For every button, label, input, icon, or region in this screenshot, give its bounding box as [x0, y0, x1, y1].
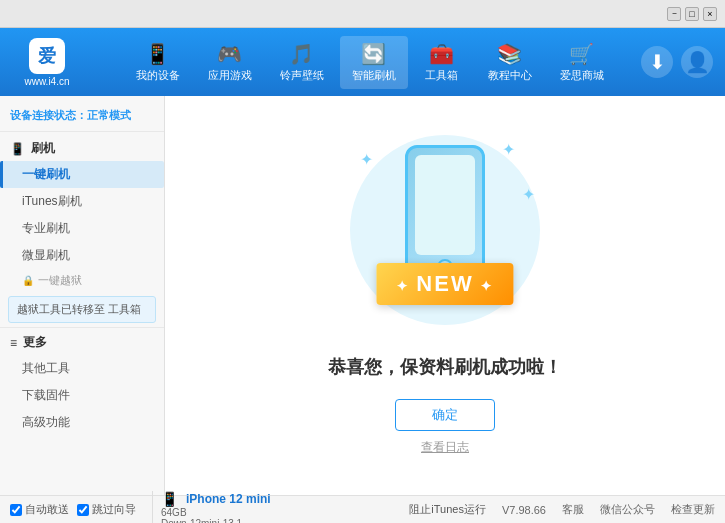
jailbreak-notice: 越狱工具已转移至 工具箱: [8, 296, 156, 323]
toolbox-icon: 🧰: [429, 42, 454, 66]
nav-label-toolbox: 工具箱: [425, 68, 458, 83]
close-button[interactable]: ×: [703, 7, 717, 21]
account-button[interactable]: 👤: [681, 46, 713, 78]
nav-label-apps-games: 应用游戏: [208, 68, 252, 83]
content-area: ✦ ✦ ✦ NEW 恭喜您，保资料刷机成功啦！ 确定 查看日志: [165, 96, 725, 495]
device-storage: 64GB: [161, 507, 271, 518]
auto-flash-label: 自动敢送: [25, 502, 69, 517]
itunes-status-label: 阻止iTunes运行: [409, 502, 486, 517]
maximize-button[interactable]: □: [685, 7, 699, 21]
nav-label-tutorials: 教程中心: [488, 68, 532, 83]
nav-item-apps-games[interactable]: 🎮 应用游戏: [196, 36, 264, 89]
sidebar-item-advanced[interactable]: 高级功能: [0, 409, 164, 436]
bottom-right: 阻止iTunes运行 V7.98.66 客服 微信公众号 检查更新: [409, 502, 715, 517]
skip-wizard-input[interactable]: [77, 504, 89, 516]
sidebar-item-one-click-flash[interactable]: 一键刷机: [0, 161, 164, 188]
device-icon: 📱: [161, 491, 178, 507]
status-value: 正常模式: [87, 109, 131, 121]
bottom-bar: 自动敢送 跳过向导 📱 iPhone 12 mini 64GB Down-12m…: [0, 495, 725, 523]
nav-items: 📱 我的设备 🎮 应用游戏 🎵 铃声壁纸 🔄 智能刷机 🧰 工具箱 📚 教程中心…: [98, 36, 641, 89]
apps-games-icon: 🎮: [217, 42, 242, 66]
nav-item-my-device[interactable]: 📱 我的设备: [124, 36, 192, 89]
logo-text: www.i4.cn: [24, 76, 69, 87]
device-status-bar: 设备连接状态：正常模式: [0, 104, 164, 132]
device-info: 📱 iPhone 12 mini 64GB Down-12mini-13,1: [152, 491, 271, 524]
window-controls[interactable]: － □ ×: [667, 7, 717, 21]
flash-section-label: 刷机: [31, 140, 55, 157]
lock-icon: 🔒: [22, 275, 34, 286]
tutorials-icon: 📚: [497, 42, 522, 66]
nav-label-my-device: 我的设备: [136, 68, 180, 83]
bottom-left: 自动敢送 跳过向导 📱 iPhone 12 mini 64GB Down-12m…: [10, 491, 409, 524]
smart-flash-icon: 🔄: [361, 42, 386, 66]
nav-item-tutorials[interactable]: 📚 教程中心: [476, 36, 544, 89]
logo-area[interactable]: 爱 www.i4.cn: [12, 38, 82, 87]
sidebar: 设备连接状态：正常模式 📱 刷机 一键刷机 iTunes刷机 专业刷机 微显刷机…: [0, 96, 165, 495]
sparkle-3: ✦: [522, 185, 535, 204]
support-link[interactable]: 客服: [562, 502, 584, 517]
ringtones-icon: 🎵: [289, 42, 314, 66]
mall-icon: 🛒: [569, 42, 594, 66]
sparkle-2: ✦: [502, 140, 515, 159]
auto-flash-checkbox[interactable]: 自动敢送: [10, 502, 69, 517]
sparkle-1: ✦: [360, 150, 373, 169]
minimize-button[interactable]: －: [667, 7, 681, 21]
new-badge: NEW: [376, 263, 513, 305]
sidebar-item-other-tools[interactable]: 其他工具: [0, 355, 164, 382]
header: 爱 www.i4.cn 📱 我的设备 🎮 应用游戏 🎵 铃声壁纸 🔄 智能刷机 …: [0, 28, 725, 96]
my-device-icon: 📱: [145, 42, 170, 66]
nav-item-smart-flash[interactable]: 🔄 智能刷机: [340, 36, 408, 89]
nav-label-smart-flash: 智能刷机: [352, 68, 396, 83]
sidebar-item-download-firmware[interactable]: 下载固件: [0, 382, 164, 409]
skip-wizard-checkbox[interactable]: 跳过向导: [77, 502, 136, 517]
logo-icon: 爱: [29, 38, 65, 74]
jailbreak-section-title: 🔒 一键越狱: [0, 269, 164, 292]
phone-screen: [415, 155, 475, 255]
check-update-link[interactable]: 检查更新: [671, 502, 715, 517]
nav-item-toolbox[interactable]: 🧰 工具箱: [412, 36, 472, 89]
flash-section-title: 📱 刷机: [0, 136, 164, 161]
nav-item-ringtones[interactable]: 🎵 铃声壁纸: [268, 36, 336, 89]
more-icon: ≡: [10, 336, 17, 350]
status-label: 设备连接状态：: [10, 109, 87, 121]
download-button[interactable]: ⬇: [641, 46, 673, 78]
sidebar-item-pro-flash[interactable]: 专业刷机: [0, 215, 164, 242]
device-name: iPhone 12 mini: [186, 492, 271, 506]
nav-label-mall: 爱思商城: [560, 68, 604, 83]
flash-section-icon: 📱: [10, 142, 25, 156]
sidebar-item-itunes-flash[interactable]: iTunes刷机: [0, 188, 164, 215]
more-section-title: ≡ 更多: [0, 327, 164, 355]
skip-wizard-label: 跳过向导: [92, 502, 136, 517]
device-firmware: Down-12mini-13,1: [161, 518, 271, 524]
success-illustration: ✦ ✦ ✦ NEW: [345, 135, 545, 335]
title-bar: － □ ×: [0, 0, 725, 28]
header-right: ⬇ 👤: [641, 46, 713, 78]
confirm-button[interactable]: 确定: [395, 399, 495, 431]
wechat-link[interactable]: 微信公众号: [600, 502, 655, 517]
secondary-link[interactable]: 查看日志: [421, 439, 469, 456]
success-message: 恭喜您，保资料刷机成功啦！: [328, 355, 562, 379]
itunes-status: 阻止iTunes运行: [409, 502, 486, 517]
sidebar-item-wipe-flash[interactable]: 微显刷机: [0, 242, 164, 269]
main-layout: 设备连接状态：正常模式 📱 刷机 一键刷机 iTunes刷机 专业刷机 微显刷机…: [0, 96, 725, 495]
version-label: V7.98.66: [502, 504, 546, 516]
nav-label-ringtones: 铃声壁纸: [280, 68, 324, 83]
nav-item-mall[interactable]: 🛒 爱思商城: [548, 36, 616, 89]
auto-flash-input[interactable]: [10, 504, 22, 516]
